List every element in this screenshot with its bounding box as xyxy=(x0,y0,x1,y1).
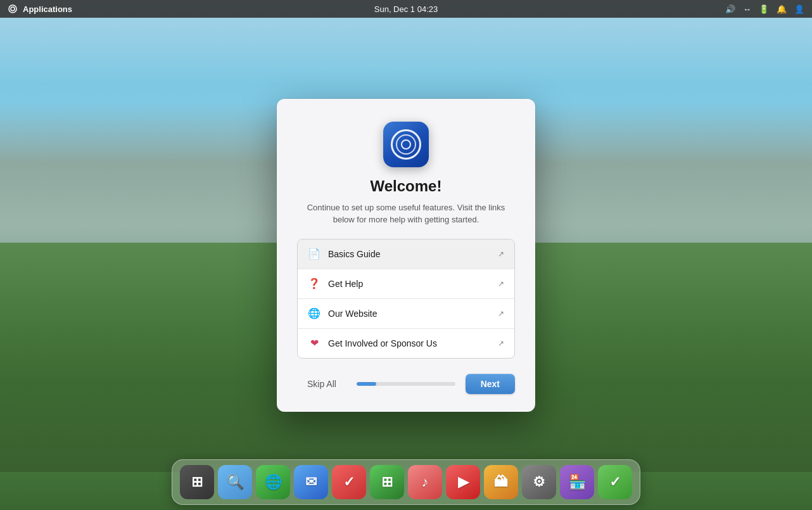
dock-item-tasks[interactable]: ✓ xyxy=(332,465,366,499)
volume-icon[interactable]: 🔊 xyxy=(725,4,735,14)
dock-item-mail[interactable]: ✉ xyxy=(294,465,328,499)
app-icon xyxy=(383,122,429,167)
get-help-link[interactable]: ❓ Get Help ↗ xyxy=(298,269,514,299)
get-help-icon: ❓ xyxy=(308,277,320,290)
get-involved-icon: ❤ xyxy=(308,337,320,350)
next-button[interactable]: Next xyxy=(466,374,515,394)
dialog-overlay: Welcome! Continue to set up some useful … xyxy=(0,0,812,510)
dock-item-video[interactable]: ▶ xyxy=(446,465,480,499)
settings-icon: ⚙ xyxy=(533,474,545,490)
arrows-icon[interactable]: ↔ xyxy=(743,4,751,14)
browser-icon: 🌐 xyxy=(265,474,282,490)
menubar: Applications Sun, Dec 1 04:23 🔊 ↔ 🔋 🔔 👤 xyxy=(0,0,812,18)
basics-guide-external-icon: ↗ xyxy=(498,250,504,258)
dock-item-browser[interactable]: 🌐 xyxy=(256,465,290,499)
dock-item-settings[interactable]: ⚙ xyxy=(522,465,556,499)
dialog-title: Welcome! xyxy=(371,177,442,195)
user-icon[interactable]: 👤 xyxy=(794,4,804,14)
dock-item-finder[interactable]: 🔍 xyxy=(218,465,252,499)
finder-icon: 🔍 xyxy=(227,474,244,490)
get-involved-link[interactable]: ❤ Get Involved or Sponsor Us ↗ xyxy=(298,329,514,358)
spreadsheet-icon: ⊞ xyxy=(381,474,393,490)
battery-icon[interactable]: 🔋 xyxy=(759,4,769,14)
todo-icon: ✓ xyxy=(609,474,621,490)
dialog-footer: Skip All Next xyxy=(297,374,515,394)
basics-guide-link[interactable]: 📄 Basics Guide ↗ xyxy=(298,239,514,269)
get-help-external-icon: ↗ xyxy=(498,279,504,288)
notification-icon[interactable]: 🔔 xyxy=(777,4,787,14)
image-viewer-icon: 🏔 xyxy=(494,474,508,490)
dock-item-todo[interactable]: ✓ xyxy=(598,465,632,499)
skip-all-button[interactable]: Skip All xyxy=(297,374,346,394)
dock: ⊞ 🔍 🌐 ✉ ✓ ⊞ ♪ ▶ 🏔 ⚙ 🏪 ✓ xyxy=(172,459,640,505)
basics-guide-label: Basics Guide xyxy=(328,249,498,259)
menubar-app-name[interactable]: Applications xyxy=(23,4,72,14)
menubar-datetime: Sun, Dec 1 04:23 xyxy=(374,4,438,14)
our-website-link[interactable]: 🌐 Our Website ↗ xyxy=(298,299,514,329)
tasks-icon: ✓ xyxy=(343,474,355,490)
svg-point-1 xyxy=(11,7,15,11)
dock-item-spreadsheet[interactable]: ⊞ xyxy=(370,465,404,499)
menubar-right: 🔊 ↔ 🔋 🔔 👤 xyxy=(725,4,804,14)
progress-track xyxy=(357,382,455,386)
get-involved-label: Get Involved or Sponsor Us xyxy=(328,338,498,348)
music-icon: ♪ xyxy=(422,474,429,490)
mail-icon: ✉ xyxy=(305,474,317,490)
progress-fill xyxy=(357,382,376,386)
mission-control-icon: ⊞ xyxy=(191,474,203,490)
get-involved-external-icon: ↗ xyxy=(498,339,504,348)
app-store-icon: 🏪 xyxy=(569,474,586,490)
dock-item-image-viewer[interactable]: 🏔 xyxy=(484,465,518,499)
dialog-subtitle: Continue to set up some useful features.… xyxy=(297,201,515,226)
dock-item-music[interactable]: ♪ xyxy=(408,465,442,499)
our-website-icon: 🌐 xyxy=(308,307,320,320)
dialog-links-list: 📄 Basics Guide ↗ ❓ Get Help ↗ 🌐 Our Webs… xyxy=(297,239,515,359)
welcome-dialog: Welcome! Continue to set up some useful … xyxy=(277,99,535,412)
app-icon-inner xyxy=(391,129,421,160)
our-website-label: Our Website xyxy=(328,309,498,319)
our-website-external-icon: ↗ xyxy=(498,309,504,318)
menubar-left: Applications xyxy=(8,4,72,14)
dock-item-app-store[interactable]: 🏪 xyxy=(560,465,594,499)
get-help-label: Get Help xyxy=(328,279,498,289)
app-logo-icon xyxy=(8,4,18,14)
basics-guide-icon: 📄 xyxy=(308,248,320,260)
svg-point-0 xyxy=(9,5,16,13)
video-icon: ▶ xyxy=(458,474,469,490)
dock-item-mission-control[interactable]: ⊞ xyxy=(180,465,214,499)
